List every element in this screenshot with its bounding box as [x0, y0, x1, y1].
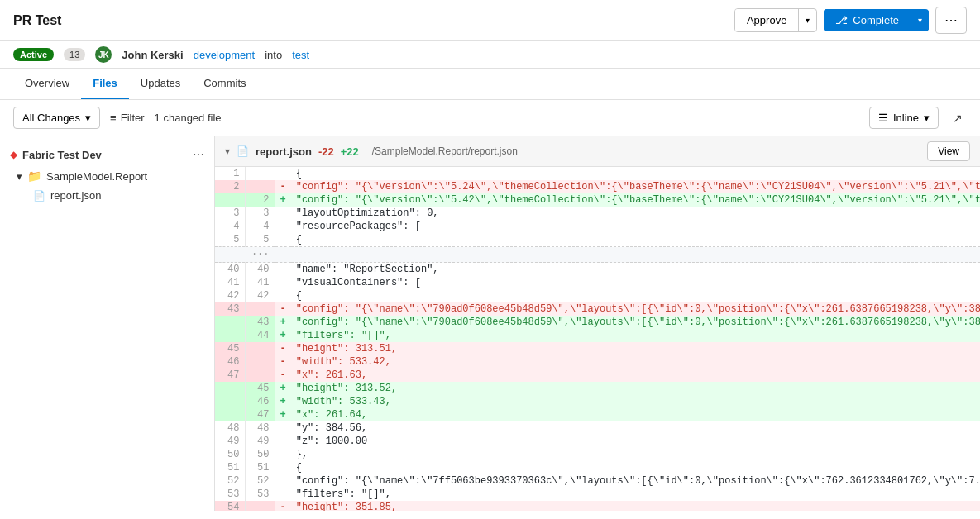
- diff-marker: -: [275, 369, 291, 382]
- pr-title: PR Test: [13, 13, 61, 28]
- diff-table: 1 { 2 - "config": "{\"version\":\"5.24\"…: [215, 167, 980, 511]
- sample-model-folder-name: SampleModel.Report: [46, 170, 147, 183]
- diff-marker: [275, 461, 291, 474]
- diff-code: "name": "ReportSection",: [291, 263, 980, 277]
- right-line-num: [245, 342, 275, 355]
- diff-line-row: 48 48 "y": 384.56,: [215, 421, 980, 435]
- all-changes-button[interactable]: All Changes ▾: [13, 107, 100, 129]
- right-line-num: 51: [245, 461, 275, 474]
- diff-line-row: 50 50 },: [215, 448, 980, 461]
- diff-line-row: 44 + "filters": "[]",: [215, 329, 980, 342]
- left-line-num: 3: [215, 207, 245, 220]
- left-line-num: 48: [215, 421, 245, 435]
- left-line-num: 40: [215, 263, 245, 277]
- diff-marker: +: [275, 408, 291, 421]
- diff-code: "config": "{\"name\":\"790ad0f608ee45b48…: [291, 302, 980, 316]
- diff-code: "visualContainers": [: [291, 276, 980, 289]
- diff-code: {: [291, 461, 980, 474]
- sample-model-folder-row[interactable]: ▾ 📁 SampleModel.Report: [7, 166, 214, 186]
- sub-header: Active 13 JK John Kerski development int…: [0, 41, 980, 69]
- approve-main-button[interactable]: Approve: [735, 9, 799, 31]
- left-line-num: 42: [215, 289, 245, 302]
- approve-dropdown-button[interactable]: ▾: [799, 11, 816, 30]
- left-line-num: 45: [215, 342, 245, 355]
- diff-file-icon: 📄: [237, 145, 249, 157]
- right-line-num: 46: [245, 395, 275, 408]
- diff-marker: [275, 448, 291, 461]
- diff-code: },: [291, 448, 980, 461]
- filter-button[interactable]: ≡ Filter: [110, 112, 144, 124]
- right-line-num: 44: [245, 329, 275, 342]
- report-json-file-row[interactable]: 📄 report.json: [7, 186, 214, 205]
- diff-file-title: ▾ 📄 report.json -22 +22 /SampleModel.Rep…: [225, 145, 518, 158]
- right-line-num: [245, 180, 275, 193]
- header-actions: Approve ▾ ⎇ Complete ▾ ⋯: [734, 7, 967, 34]
- diff-line-row: 1 {: [215, 167, 980, 180]
- nav-tabs: Overview Files Updates Commits: [0, 69, 980, 100]
- diff-area: ▾ 📄 report.json -22 +22 /SampleModel.Rep…: [215, 136, 980, 511]
- tab-updates[interactable]: Updates: [129, 69, 192, 99]
- left-line-num: [215, 408, 245, 421]
- inline-icon: ☰: [878, 112, 888, 124]
- approve-button-group[interactable]: Approve ▾: [734, 8, 817, 32]
- tab-files[interactable]: Files: [81, 69, 129, 99]
- left-line-num: 5: [215, 233, 245, 247]
- diff-line-row: 47 + "x": 261.64,: [215, 408, 980, 421]
- diff-marker: [275, 167, 291, 180]
- diff-code: "layoutOptimization": 0,: [291, 207, 980, 220]
- avatar: JK: [95, 46, 112, 63]
- right-line-num: 53: [245, 488, 275, 501]
- right-line-num: 4: [245, 220, 275, 233]
- tab-overview[interactable]: Overview: [13, 69, 81, 99]
- diff-line-row: 4 4 "resourcePackages": [: [215, 220, 980, 233]
- diff-code: "height": 313.52,: [291, 382, 980, 395]
- left-line-num: [215, 193, 245, 207]
- view-button[interactable]: View: [927, 141, 970, 161]
- diff-code: "x": 261.64,: [291, 408, 980, 421]
- diff-line-row: 45 + "height": 313.52,: [215, 382, 980, 395]
- root-folder-name: Fabric Test Dev: [22, 149, 102, 161]
- complete-label: Complete: [853, 14, 899, 26]
- chevron-down-icon: ▾: [17, 170, 22, 183]
- complete-dropdown-button[interactable]: ▾: [911, 11, 929, 30]
- complete-button-group[interactable]: ⎇ Complete ▾: [824, 9, 929, 31]
- diff-line-row: 47 - "x": 261.63,: [215, 369, 980, 382]
- diff-line-row: 2 - "config": "{\"version\":\"5.24\",\"t…: [215, 180, 980, 193]
- inline-button[interactable]: ☰ Inline ▾: [869, 107, 939, 129]
- branch-to[interactable]: test: [292, 49, 309, 61]
- inline-label: Inline: [893, 112, 919, 124]
- diff-line-row: 42 42 {: [215, 289, 980, 302]
- diff-collapse-button[interactable]: ▾: [225, 145, 230, 157]
- more-actions-button[interactable]: ⋯: [935, 7, 967, 34]
- left-line-num: [215, 329, 245, 342]
- diff-line-row: 45 - "height": 313.51,: [215, 342, 980, 355]
- branch-from[interactable]: development: [194, 49, 255, 61]
- left-line-num: 53: [215, 488, 245, 501]
- diff-line-row: 43 + "config": "{\"name\":\"790ad0f608ee…: [215, 316, 980, 329]
- root-folder-header[interactable]: ◆ Fabric Test Dev ⋯: [0, 143, 214, 166]
- tab-commits[interactable]: Commits: [192, 69, 257, 99]
- diff-marker: +: [275, 316, 291, 329]
- complete-main-button[interactable]: ⎇ Complete: [824, 9, 911, 31]
- into-text: into: [265, 49, 282, 61]
- diff-marker: [275, 435, 291, 448]
- right-line-num: 43: [245, 316, 275, 329]
- diff-code: "z": 1000.00: [291, 435, 980, 448]
- left-line-num: 51: [215, 461, 245, 474]
- diff-line-row: 51 51 {: [215, 461, 980, 474]
- diff-code: "x": 261.63,: [291, 369, 980, 382]
- diff-code: {: [291, 167, 980, 180]
- right-line-num: 47: [245, 408, 275, 421]
- diff-code: "filters": "[]",: [291, 329, 980, 342]
- count-badge: 13: [64, 48, 85, 61]
- diff-marker: +: [275, 382, 291, 395]
- diff-marker: [275, 289, 291, 302]
- sidebar-tree: ▾ 📁 SampleModel.Report 📄 report.json: [0, 166, 214, 205]
- diff-line-row: 52 52 "config": "{\"name\":\"7ff5063be93…: [215, 474, 980, 488]
- expand-button[interactable]: ↗: [949, 107, 967, 129]
- separator-line-num2: [275, 247, 980, 263]
- root-more-icon[interactable]: ⋯: [193, 148, 204, 161]
- right-line-num: 45: [245, 382, 275, 395]
- diff-marker: -: [275, 302, 291, 316]
- diff-code: "resourcePackages": [: [291, 220, 980, 233]
